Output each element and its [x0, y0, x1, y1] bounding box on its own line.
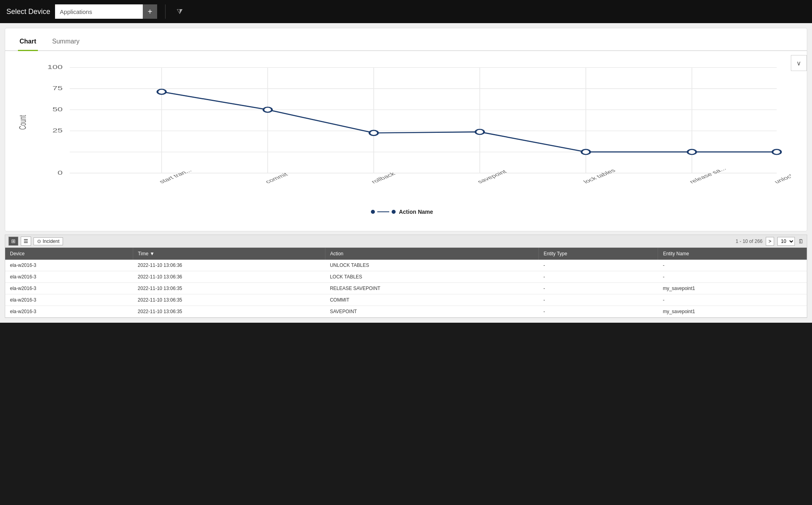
legend-line: [371, 210, 396, 214]
chart-area: ∨ 100 75 50 25 0 Count: [5, 51, 807, 231]
svg-point-19: [264, 107, 272, 112]
cell-device: ela-w2016-3: [5, 294, 133, 306]
filter-icon: ⧩: [177, 8, 183, 16]
cell-entity_name: my_savepoint1: [658, 306, 807, 318]
svg-text:lock tables: lock tables: [581, 168, 617, 184]
tab-summary[interactable]: Summary: [51, 35, 81, 51]
expand-button[interactable]: ∨: [791, 55, 807, 71]
svg-point-20: [369, 130, 378, 136]
svg-text:25: 25: [52, 128, 63, 134]
cell-time: 2022-11-10 13:06:35: [133, 283, 325, 294]
cell-action: SAVEPOINT: [325, 306, 538, 318]
toolbar-left: ⊞ ☰ ⊙ Incident: [8, 237, 63, 246]
cell-device: ela-w2016-3: [5, 306, 133, 318]
sort-arrow: ▼: [150, 251, 154, 256]
table-header: Device Time ▼ Action Entity Type Entity …: [5, 248, 807, 260]
cell-device: ela-w2016-3: [5, 260, 133, 271]
toolbar-right: 1 - 10 of 266 > 10 25 50 🗓: [736, 237, 804, 246]
cell-entity_type: -: [539, 260, 658, 271]
svg-point-18: [158, 89, 166, 95]
legend-segment: [377, 211, 389, 212]
table-row: ela-w2016-32022-11-10 13:06:36LOCK TABLE…: [5, 271, 807, 283]
incident-icon: ⊙: [37, 239, 41, 244]
cell-time: 2022-11-10 13:06:36: [133, 260, 325, 271]
expand-icon: ∨: [796, 59, 801, 67]
cell-entity_type: -: [539, 306, 658, 318]
cell-entity_name: -: [658, 271, 807, 283]
col-action[interactable]: Action: [325, 248, 538, 260]
col-time[interactable]: Time ▼: [133, 248, 325, 260]
calendar-icon: 🗓: [798, 238, 804, 245]
incident-label: Incident: [43, 239, 59, 244]
cell-device: ela-w2016-3: [5, 271, 133, 283]
list-view-button[interactable]: ☰: [21, 237, 31, 246]
table-row: ela-w2016-32022-11-10 13:06:35SAVEPOINT-…: [5, 306, 807, 318]
line-chart: 100 75 50 25 0 Count: [13, 59, 791, 203]
cell-time: 2022-11-10 13:06:36: [133, 271, 325, 283]
main-content: Chart Summary ∨ 100 75 50 25 0: [0, 23, 812, 323]
incident-badge: ⊙ Incident: [34, 237, 63, 245]
bottom-panel: ⊞ ☰ ⊙ Incident 1 - 10 of 266 > 10 25: [5, 235, 807, 318]
legend-label: Action Name: [399, 209, 433, 215]
cell-entity_name: my_savepoint1: [658, 283, 807, 294]
svg-text:Count: Count: [18, 115, 28, 130]
bottom-toolbar: ⊞ ☰ ⊙ Incident 1 - 10 of 266 > 10 25: [5, 235, 807, 248]
table-row: ela-w2016-32022-11-10 13:06:36UNLOCK TAB…: [5, 260, 807, 271]
data-table: Device Time ▼ Action Entity Type Entity …: [5, 248, 807, 318]
tabs: Chart Summary: [5, 28, 807, 51]
grid-icon: ⊞: [11, 238, 16, 244]
filter-button[interactable]: ⧩: [173, 6, 186, 18]
calendar-button[interactable]: 🗓: [798, 238, 804, 245]
per-page-select[interactable]: 10 25 50: [777, 237, 795, 246]
add-button[interactable]: +: [143, 4, 157, 19]
cell-device: ela-w2016-3: [5, 283, 133, 294]
svg-text:commit: commit: [264, 172, 289, 184]
applications-input[interactable]: [55, 4, 143, 19]
svg-point-23: [688, 150, 696, 155]
cell-entity_name: -: [658, 294, 807, 306]
svg-text:start tran...: start tran...: [158, 168, 193, 185]
cell-action: LOCK TABLES: [325, 271, 538, 283]
app-input-wrap: +: [55, 4, 157, 19]
grid-view-button[interactable]: ⊞: [8, 237, 18, 246]
legend-dot-2: [392, 210, 396, 214]
cell-entity_name: -: [658, 260, 807, 271]
col-entity-type[interactable]: Entity Type: [539, 248, 658, 260]
svg-text:release sa...: release sa...: [688, 166, 727, 184]
svg-text:50: 50: [52, 107, 63, 112]
col-entity-name[interactable]: Entity Name: [658, 248, 807, 260]
cell-time: 2022-11-10 13:06:35: [133, 306, 325, 318]
table-row: ela-w2016-32022-11-10 13:06:35COMMIT--: [5, 294, 807, 306]
cell-action: COMMIT: [325, 294, 538, 306]
svg-point-21: [475, 129, 484, 134]
chart-legend: Action Name: [13, 204, 791, 223]
cell-action: RELEASE SAVEPOINT: [325, 283, 538, 294]
separator: [165, 4, 166, 19]
legend-dot: [371, 210, 375, 214]
svg-point-24: [773, 150, 781, 155]
col-device[interactable]: Device: [5, 248, 133, 260]
cell-time: 2022-11-10 13:06:35: [133, 294, 325, 306]
svg-text:savepoint: savepoint: [476, 169, 508, 184]
select-device-label: Select Device: [6, 8, 50, 16]
pagination-text: 1 - 10 of 266: [736, 239, 763, 244]
svg-text:0: 0: [57, 170, 63, 176]
next-icon: >: [769, 239, 771, 244]
cell-entity_type: -: [539, 271, 658, 283]
header: Select Device + ⧩: [0, 0, 812, 23]
svg-point-22: [581, 150, 590, 155]
chart-card: Chart Summary ∨ 100 75 50 25 0: [5, 28, 807, 231]
svg-text:unlock tab...: unlock tab...: [773, 166, 791, 184]
cell-action: UNLOCK TABLES: [325, 260, 538, 271]
cell-entity_type: -: [539, 283, 658, 294]
svg-text:100: 100: [47, 64, 63, 70]
table-body: ela-w2016-32022-11-10 13:06:36UNLOCK TAB…: [5, 260, 807, 318]
tab-chart[interactable]: Chart: [18, 35, 38, 51]
next-page-button[interactable]: >: [766, 237, 774, 246]
table-row: ela-w2016-32022-11-10 13:06:35RELEASE SA…: [5, 283, 807, 294]
cell-entity_type: -: [539, 294, 658, 306]
list-icon: ☰: [24, 238, 28, 244]
svg-text:75: 75: [52, 85, 63, 91]
